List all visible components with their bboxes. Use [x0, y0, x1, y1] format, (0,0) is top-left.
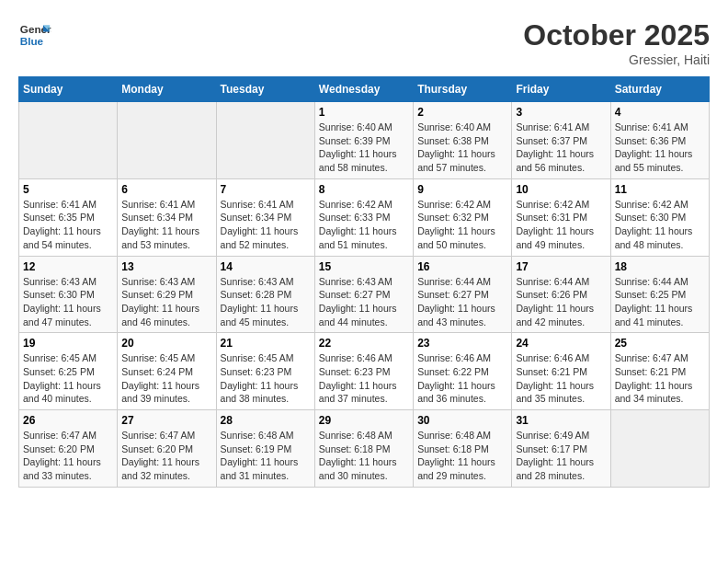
day-cell: 31Sunrise: 6:49 AM Sunset: 6:17 PM Dayli… — [512, 410, 610, 488]
day-number: 22 — [319, 337, 409, 350]
day-number: 8 — [319, 183, 409, 196]
calendar-header-row: SundayMondayTuesdayWednesdayThursdayFrid… — [19, 77, 710, 102]
logo: General Blue — [18, 18, 51, 52]
svg-text:Blue: Blue — [20, 35, 44, 47]
day-cell: 29Sunrise: 6:48 AM Sunset: 6:18 PM Dayli… — [314, 410, 413, 488]
page-header: General Blue October 2025 Gressier, Hait… — [18, 18, 710, 67]
day-info: Sunrise: 6:41 AM Sunset: 6:34 PM Dayligh… — [221, 198, 311, 252]
day-info: Sunrise: 6:48 AM Sunset: 6:18 PM Dayligh… — [319, 429, 409, 483]
day-cell: 21Sunrise: 6:45 AM Sunset: 6:23 PM Dayli… — [216, 333, 314, 410]
day-number: 23 — [417, 337, 507, 350]
day-info: Sunrise: 6:45 AM Sunset: 6:25 PM Dayligh… — [23, 351, 113, 406]
day-info: Sunrise: 6:47 AM Sunset: 6:20 PM Dayligh… — [121, 429, 211, 483]
day-cell: 1Sunrise: 6:40 AM Sunset: 6:39 PM Daylig… — [314, 102, 413, 179]
day-number: 19 — [23, 337, 113, 350]
day-info: Sunrise: 6:46 AM Sunset: 6:22 PM Dayligh… — [417, 351, 507, 406]
day-number: 9 — [417, 183, 507, 196]
day-cell: 23Sunrise: 6:46 AM Sunset: 6:22 PM Dayli… — [414, 333, 512, 410]
col-header-monday: Monday — [118, 77, 216, 102]
day-info: Sunrise: 6:43 AM Sunset: 6:27 PM Dayligh… — [319, 275, 409, 329]
col-header-thursday: Thursday — [414, 77, 512, 102]
day-cell: 16Sunrise: 6:44 AM Sunset: 6:27 PM Dayli… — [414, 256, 512, 333]
day-info: Sunrise: 6:41 AM Sunset: 6:35 PM Dayligh… — [23, 198, 113, 252]
day-cell: 3Sunrise: 6:41 AM Sunset: 6:37 PM Daylig… — [512, 102, 610, 179]
day-cell: 8Sunrise: 6:42 AM Sunset: 6:33 PM Daylig… — [314, 178, 413, 256]
day-cell: 25Sunrise: 6:47 AM Sunset: 6:21 PM Dayli… — [610, 333, 709, 410]
day-info: Sunrise: 6:44 AM Sunset: 6:27 PM Dayligh… — [417, 275, 507, 329]
day-number: 20 — [121, 337, 211, 350]
day-number: 29 — [319, 414, 409, 427]
day-info: Sunrise: 6:45 AM Sunset: 6:23 PM Dayligh… — [221, 351, 311, 406]
day-number: 13 — [121, 260, 211, 273]
day-number: 2 — [417, 106, 507, 119]
day-number: 21 — [221, 337, 311, 350]
day-cell: 15Sunrise: 6:43 AM Sunset: 6:27 PM Dayli… — [314, 256, 413, 333]
day-cell — [118, 102, 216, 179]
day-info: Sunrise: 6:43 AM Sunset: 6:29 PM Dayligh… — [121, 275, 211, 329]
day-info: Sunrise: 6:47 AM Sunset: 6:21 PM Dayligh… — [615, 351, 705, 406]
day-number: 28 — [221, 414, 311, 427]
day-info: Sunrise: 6:43 AM Sunset: 6:28 PM Dayligh… — [221, 275, 311, 329]
day-number: 6 — [121, 183, 211, 196]
day-cell: 18Sunrise: 6:44 AM Sunset: 6:25 PM Dayli… — [610, 256, 709, 333]
day-info: Sunrise: 6:42 AM Sunset: 6:31 PM Dayligh… — [516, 198, 606, 252]
day-number: 1 — [319, 106, 409, 119]
day-info: Sunrise: 6:42 AM Sunset: 6:30 PM Dayligh… — [615, 198, 705, 252]
location: Gressier, Haiti — [523, 52, 710, 67]
col-header-sunday: Sunday — [19, 77, 118, 102]
day-number: 14 — [221, 260, 311, 273]
day-number: 24 — [516, 337, 606, 350]
day-number: 4 — [615, 106, 705, 119]
col-header-tuesday: Tuesday — [216, 77, 314, 102]
day-cell: 26Sunrise: 6:47 AM Sunset: 6:20 PM Dayli… — [19, 410, 118, 488]
day-cell: 17Sunrise: 6:44 AM Sunset: 6:26 PM Dayli… — [512, 256, 610, 333]
week-row-4: 19Sunrise: 6:45 AM Sunset: 6:25 PM Dayli… — [19, 333, 710, 410]
col-header-friday: Friday — [512, 77, 610, 102]
day-info: Sunrise: 6:49 AM Sunset: 6:17 PM Dayligh… — [516, 429, 606, 483]
day-cell: 6Sunrise: 6:41 AM Sunset: 6:34 PM Daylig… — [118, 178, 216, 256]
day-number: 17 — [516, 260, 606, 273]
day-number: 11 — [615, 183, 705, 196]
day-cell: 28Sunrise: 6:48 AM Sunset: 6:19 PM Dayli… — [216, 410, 314, 488]
col-header-wednesday: Wednesday — [314, 77, 413, 102]
day-cell: 7Sunrise: 6:41 AM Sunset: 6:34 PM Daylig… — [216, 178, 314, 256]
day-info: Sunrise: 6:42 AM Sunset: 6:32 PM Dayligh… — [417, 198, 507, 252]
day-info: Sunrise: 6:44 AM Sunset: 6:26 PM Dayligh… — [516, 275, 606, 329]
day-cell: 30Sunrise: 6:48 AM Sunset: 6:18 PM Dayli… — [414, 410, 512, 488]
day-number: 10 — [516, 183, 606, 196]
day-number: 16 — [417, 260, 507, 273]
title-block: October 2025 Gressier, Haiti — [523, 18, 710, 67]
day-cell: 19Sunrise: 6:45 AM Sunset: 6:25 PM Dayli… — [19, 333, 118, 410]
day-number: 30 — [417, 414, 507, 427]
day-info: Sunrise: 6:43 AM Sunset: 6:30 PM Dayligh… — [23, 275, 113, 329]
day-info: Sunrise: 6:41 AM Sunset: 6:37 PM Dayligh… — [516, 121, 606, 175]
day-cell: 20Sunrise: 6:45 AM Sunset: 6:24 PM Dayli… — [118, 333, 216, 410]
day-cell: 4Sunrise: 6:41 AM Sunset: 6:36 PM Daylig… — [610, 102, 709, 179]
day-cell: 14Sunrise: 6:43 AM Sunset: 6:28 PM Dayli… — [216, 256, 314, 333]
day-cell — [19, 102, 118, 179]
week-row-1: 1Sunrise: 6:40 AM Sunset: 6:39 PM Daylig… — [19, 102, 710, 179]
week-row-3: 12Sunrise: 6:43 AM Sunset: 6:30 PM Dayli… — [19, 256, 710, 333]
day-info: Sunrise: 6:46 AM Sunset: 6:23 PM Dayligh… — [319, 351, 409, 406]
logo-icon: General Blue — [18, 18, 51, 52]
col-header-saturday: Saturday — [610, 77, 709, 102]
day-number: 7 — [221, 183, 311, 196]
week-row-2: 5Sunrise: 6:41 AM Sunset: 6:35 PM Daylig… — [19, 178, 710, 256]
day-number: 31 — [516, 414, 606, 427]
day-info: Sunrise: 6:40 AM Sunset: 6:38 PM Dayligh… — [417, 121, 507, 175]
day-cell: 10Sunrise: 6:42 AM Sunset: 6:31 PM Dayli… — [512, 178, 610, 256]
day-info: Sunrise: 6:48 AM Sunset: 6:19 PM Dayligh… — [221, 429, 311, 483]
day-number: 27 — [121, 414, 211, 427]
day-info: Sunrise: 6:44 AM Sunset: 6:25 PM Dayligh… — [615, 275, 705, 329]
day-cell: 5Sunrise: 6:41 AM Sunset: 6:35 PM Daylig… — [19, 178, 118, 256]
month-title: October 2025 — [523, 18, 710, 52]
day-number: 5 — [23, 183, 113, 196]
week-row-5: 26Sunrise: 6:47 AM Sunset: 6:20 PM Dayli… — [19, 410, 710, 488]
day-cell: 27Sunrise: 6:47 AM Sunset: 6:20 PM Dayli… — [118, 410, 216, 488]
day-info: Sunrise: 6:45 AM Sunset: 6:24 PM Dayligh… — [121, 351, 211, 406]
calendar-table: SundayMondayTuesdayWednesdayThursdayFrid… — [18, 76, 710, 488]
day-info: Sunrise: 6:41 AM Sunset: 6:36 PM Dayligh… — [615, 121, 705, 175]
day-number: 3 — [516, 106, 606, 119]
day-info: Sunrise: 6:41 AM Sunset: 6:34 PM Dayligh… — [121, 198, 211, 252]
day-cell: 24Sunrise: 6:46 AM Sunset: 6:21 PM Dayli… — [512, 333, 610, 410]
